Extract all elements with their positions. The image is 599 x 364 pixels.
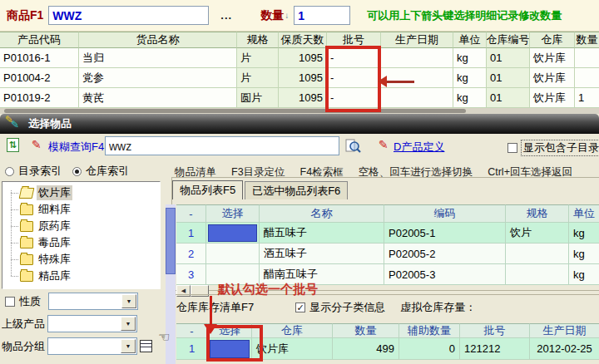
edit-pencil-icon: ✎ [32,138,42,151]
radio-warehouse-index[interactable] [72,167,82,176]
row-number: 2 [176,243,206,264]
hint-space-enter: 空格、回车进行选择切换 [359,165,473,180]
qty-down-arrow-icon: ↓ [285,11,289,20]
tree-item-teshuku[interactable]: 特殊库 [2,251,160,268]
header-cell: 生产日期 [381,32,453,48]
row-number: 1 [176,338,208,360]
row-number: 1 [176,223,206,243]
tab-selected-items-f6[interactable]: 已选中物品列表F6 [245,181,348,199]
header-cell: 辅助数量 [399,323,460,338]
product-def-link[interactable]: D产品定义 [394,140,444,155]
cell-prod-date [381,88,453,108]
scrollbar-thumb[interactable] [166,208,176,274]
parent-product-select[interactable]: ▼ [47,315,137,332]
show-detail-checkbox[interactable]: ✓ [295,303,305,312]
cell-qty [575,68,599,88]
cell-spec: 圆片 [237,88,279,108]
radio-directory-index[interactable] [5,167,14,176]
dialog-icon: ✎ ✎ [5,116,25,131]
top-grid-hscrollbar[interactable] [0,108,599,114]
item-list-tabs: 物品列表F5 已选中物品列表F6 [172,180,348,199]
table-row[interactable]: P01019-2 黄芪 圆片 1095 - kg 01 饮片库 1 [0,88,599,108]
refresh-icon[interactable]: ⇅ [7,138,19,152]
cell-unit: kg [453,48,487,68]
quantity-input[interactable] [294,6,350,25]
cell-unit: kg [569,243,599,264]
show-subdir-checkbox[interactable] [507,143,517,153]
stock-title: 仓库库存清单F7 [176,300,254,315]
show-detail-label: 显示分子类信息 [309,300,385,315]
dropdown-arrow-icon[interactable]: ▼ [121,317,136,331]
nature-select[interactable]: ▼ [48,293,138,310]
tree-item-jingpinku[interactable]: 精品库 [2,268,160,284]
scrollbar-thumb[interactable] [4,109,466,113]
product-label: 商品F1 [7,8,43,23]
cell-code: P01016-1 [0,48,79,68]
cell-code: P02005-3 [384,264,506,285]
tree-item-label: 特殊库 [37,252,72,267]
open-folder-icon [19,188,35,199]
pencil-icon: ✎ [11,120,19,130]
table-row[interactable]: P01004-2 党参 片 1095 - kg 01 饮片库 [0,68,599,88]
tree-item-xiliaoku[interactable]: 细料库 [2,201,160,218]
tree-item-label: 饮片库 [37,185,72,200]
table-row[interactable]: P01016-1 当归 片 1095 - kg 01 饮片库 [0,48,599,68]
product-input[interactable] [48,6,209,25]
header-cell: 数量 [333,323,399,338]
header-cell: 单位 [453,32,487,48]
batch-arrow-head [378,76,387,87]
batch-highlight-box [325,46,381,112]
tree-item-yinpianku[interactable]: 饮片库 [2,184,160,201]
topbar: 商品F1 ... 数量 ↓ 可以用上下箭头键选择明细记录修改数量 [0,0,599,32]
detail-grid: 产品代码 货品名称 规格 保质天数 批号 生产日期 单位 仓库编号 仓库 数量 … [0,32,599,108]
tree-item-dupinku[interactable]: 毒品库 [2,234,160,251]
item-list-hints: 物品清单 F3目录定位 F4检索框 空格、回车进行选择切换 Ctrl+回车选择返… [175,165,572,180]
item-search-input[interactable] [105,136,339,155]
header-cell: 产品代码 [0,32,79,48]
dropdown-arrow-icon[interactable]: ▼ [121,294,136,308]
more-button[interactable]: ... [220,9,232,22]
tree-item-yuanyaoku[interactable]: 原药库 [2,218,160,234]
hand-pointer-icon: ☜ [158,329,170,345]
cell-unit: kg [569,223,599,243]
tree-item-label: 精品库 [37,268,72,283]
cell-shelf-days: 1095 [279,48,327,68]
header-cell: 仓库编号 [487,32,530,48]
detail-grid-header: 产品代码 货品名称 规格 保质天数 批号 生产日期 单位 仓库编号 仓库 数量 [0,32,599,48]
batch-note-arrow [210,296,212,326]
dialog-title: 选择物品 [28,116,72,131]
cell-warehouse-no: 01 [487,48,530,68]
cell-qty [575,48,599,68]
nature-checkbox[interactable] [5,297,15,307]
header-cell: 货品名称 [79,32,237,48]
batch-note-text: 默认勾选一个批号 [218,282,318,298]
tab-item-list-f5[interactable]: 物品列表F5 [172,180,243,199]
select-cell[interactable] [206,243,260,264]
cell-spec: 片 [237,68,279,88]
tree-item-label: 毒品库 [37,235,72,250]
header-cell: 批号 [460,323,530,338]
header-cell: 单位 [569,204,599,223]
cell-shelf-days: 1095 [279,88,327,108]
header-cell: 仓库 [252,323,333,338]
header-cell: 名称 [260,204,384,223]
cell-code: P02005-1 [384,223,506,243]
warehouse-tree: 饮片库 细料库 原药库 毒品库 特殊库 精品库 [2,181,161,289]
dropdown-arrow-icon[interactable]: ▼ [121,339,136,353]
cell-code: P01004-2 [0,68,79,88]
table-row[interactable]: 2 酒五味子 P02005-2 kg [176,243,599,264]
radio-warehouse-label: 仓库索引 [86,164,129,179]
cell-name: 醋五味子 [260,223,384,243]
show-subdir-label: 显示包含子目录 [521,140,599,156]
table-row[interactable]: 1 醋五味子 P02005-1 饮片 kg [176,223,599,243]
cell-prod-date [381,68,453,88]
item-group-select[interactable]: ▼ [47,337,137,355]
dialog-titlebar: ✎ ✎ 选择物品 [0,114,599,134]
select-cell[interactable] [206,223,260,243]
search-button[interactable] [345,138,361,154]
header-cell: 规格 [237,32,279,48]
radio-directory-label: 目录索引 [18,164,62,179]
item-group-lookup-button[interactable] [140,340,152,352]
groupbox-title: 物品清单 [175,165,216,180]
cell-aux-qty: 0 [399,338,460,360]
